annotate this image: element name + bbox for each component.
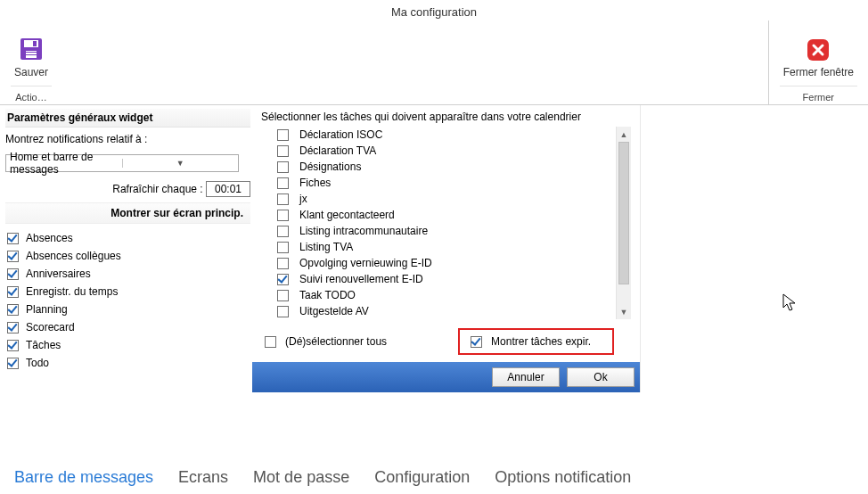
checkbox-icon	[7, 251, 19, 262]
checkbox-icon	[277, 306, 289, 317]
checkbox-icon	[7, 358, 19, 369]
task-list-item[interactable]: Opvolging vernieuwing E-ID	[275, 255, 616, 271]
task-list-item-label: Déclaration ISOC	[299, 128, 382, 141]
notifications-mode-label: Montrez notifications relatif à :	[5, 133, 250, 145]
left-list-item-label: Absences	[26, 232, 73, 244]
left-panel-header: Paramètres généraux widget	[5, 109, 250, 128]
left-list-item-label: Anniversaires	[26, 268, 91, 280]
checkbox-icon	[277, 258, 289, 269]
left-list-item-label: Tâches	[26, 339, 61, 351]
checkbox-icon	[277, 145, 289, 157]
notifications-mode-value: Home et barre de messages	[6, 151, 122, 176]
show-expired-label: Montrer tâches expir.	[491, 335, 591, 348]
highlight-show-expired: Montrer tâches expir.	[458, 328, 614, 355]
select-all-checkbox[interactable]: (Dé)sélectionner tous	[265, 335, 387, 348]
task-list-item[interactable]: Klant gecontacteerd	[275, 207, 616, 223]
select-all-label: (Dé)sélectionner tous	[285, 335, 387, 348]
left-list-item[interactable]: Tâches	[5, 336, 250, 354]
checkbox-icon	[277, 177, 289, 189]
task-list-item-label: jx	[299, 193, 307, 205]
footer-tab[interactable]: Options notification	[495, 468, 631, 487]
checkbox-icon	[7, 286, 19, 298]
refresh-label: Rafraîchir chaque :	[112, 183, 202, 195]
left-list-item[interactable]: Absences	[5, 229, 250, 247]
checkbox-icon	[471, 336, 482, 348]
close-icon	[806, 37, 831, 62]
footer-tab[interactable]: Configuration	[374, 468, 470, 487]
checkbox-icon	[277, 129, 289, 141]
left-list-item[interactable]: Absences collègues	[5, 247, 250, 265]
left-list-item-label: Planning	[26, 303, 68, 316]
task-list-item[interactable]: Suivi renouvellement E-ID	[275, 271, 616, 287]
show-expired-checkbox[interactable]: Montrer tâches expir.	[471, 335, 591, 348]
checkbox-icon	[265, 336, 276, 348]
task-list-item-label: Suivi renouvellement E-ID	[299, 273, 423, 285]
dialog-instruction: Sélectionner les tâches qui doivent appa…	[261, 111, 631, 123]
svg-rect-2	[33, 41, 37, 46]
checkbox-icon	[277, 193, 289, 205]
left-panel: Paramètres généraux widget Montrez notif…	[0, 105, 256, 444]
scrollbar[interactable]: ▲ ▼	[616, 127, 631, 319]
scroll-up-arrow[interactable]: ▲	[617, 127, 631, 142]
svg-rect-4	[26, 52, 37, 53]
checkbox-icon	[7, 233, 19, 244]
task-list-item-label: Taak TODO	[299, 289, 356, 301]
left-list-item[interactable]: Planning	[5, 301, 250, 318]
left-list-item[interactable]: Anniversaires	[5, 265, 250, 283]
task-list-item[interactable]: Désignations	[275, 159, 616, 175]
task-list-item-label: Listing intracommunautaire	[299, 225, 428, 237]
task-list-item-label: Déclaration TVA	[299, 144, 376, 157]
checkbox-icon	[7, 322, 19, 333]
task-list-item[interactable]: Taak TODO	[275, 287, 616, 303]
notifications-mode-select[interactable]: Home et barre de messages ▼	[5, 154, 239, 172]
checkbox-icon	[277, 242, 289, 253]
task-list-item[interactable]: Déclaration ISOC	[275, 127, 616, 143]
checkbox-icon	[7, 304, 19, 316]
task-list-item[interactable]: Uitgestelde AV	[275, 303, 616, 319]
task-list-item-label: Désignations	[299, 161, 361, 173]
task-list-item-label: Listing TVA	[299, 241, 353, 253]
left-list-item-label: Scorecard	[26, 321, 75, 333]
save-button-label: Sauver	[14, 66, 48, 78]
ok-button[interactable]: Ok	[567, 367, 635, 387]
left-list-item-label: Enregistr. du temps	[26, 285, 118, 298]
ribbon-section-actions: Actio…	[11, 86, 52, 103]
close-window-button[interactable]: Fermer fenêtre	[780, 34, 857, 82]
checkbox-icon	[277, 290, 289, 301]
task-list-item[interactable]: Listing TVA	[275, 239, 616, 255]
close-window-label: Fermer fenêtre	[783, 66, 854, 78]
left-list-item[interactable]: Scorecard	[5, 318, 250, 336]
window-title: Ma configuration	[0, 0, 868, 21]
footer-tab[interactable]: Barre de messages	[14, 468, 153, 487]
task-list-item[interactable]: jx	[275, 191, 616, 207]
task-list-item-label: Fiches	[299, 177, 331, 189]
dialog-footer: Annuler Ok	[252, 362, 640, 392]
left-list-item[interactable]: Todo	[5, 354, 250, 372]
tasks-dialog: Sélectionner les tâches qui doivent appa…	[252, 105, 641, 392]
checkbox-icon	[277, 274, 289, 285]
scroll-thumb[interactable]	[618, 142, 629, 284]
left-list-item-label: Todo	[26, 357, 49, 369]
ribbon: Sauver Actio… Fermer fenêtre Fermer	[0, 21, 868, 105]
task-list-item-label: Opvolging vernieuwing E-ID	[299, 257, 432, 269]
footer-tab[interactable]: Mot de passe	[253, 468, 349, 487]
left-subheader: Montrer sur écran princip.	[5, 202, 250, 224]
chevron-down-icon: ▼	[122, 159, 239, 168]
save-icon	[18, 36, 45, 62]
task-list-item[interactable]: Listing intracommunautaire	[275, 223, 616, 239]
task-list-item[interactable]: Déclaration TVA	[275, 143, 616, 159]
save-button[interactable]: Sauver	[11, 32, 52, 82]
footer-tabs: Barre de messagesEcransMot de passeConfi…	[14, 468, 631, 487]
checkbox-icon	[277, 210, 289, 221]
left-list-item[interactable]: Enregistr. du temps	[5, 283, 250, 301]
footer-tab[interactable]: Ecrans	[178, 468, 228, 487]
left-list-item-label: Absences collègues	[26, 250, 121, 262]
checkbox-icon	[277, 161, 289, 173]
refresh-interval-input[interactable]: 00:01	[206, 181, 250, 197]
scroll-down-arrow[interactable]: ▼	[617, 304, 631, 319]
checkbox-icon	[277, 226, 289, 237]
ribbon-section-close: Fermer	[780, 86, 857, 103]
task-list-item[interactable]: Fiches	[275, 175, 616, 191]
cancel-button[interactable]: Annuler	[492, 367, 560, 387]
task-list-item-label: Uitgestelde AV	[299, 305, 369, 317]
